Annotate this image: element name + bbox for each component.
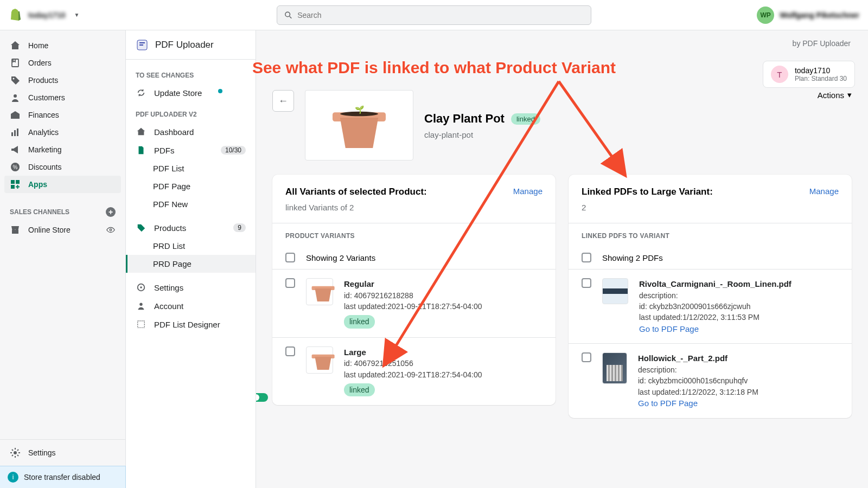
info-icon: i: [8, 472, 18, 483]
nav-products-label: Products: [28, 76, 58, 85]
plan-name: today1710: [795, 66, 847, 75]
nav-customers[interactable]: Customers: [0, 89, 125, 106]
search-box[interactable]: [277, 5, 591, 25]
nav-finances[interactable]: Finances: [0, 106, 125, 124]
manage-pdfs-link[interactable]: Manage: [809, 187, 839, 196]
analytics-icon: [10, 127, 21, 138]
transfer-text: Store transfer disabled: [24, 473, 100, 481]
app-header: PDF Uploader: [126, 30, 256, 60]
nav-orders[interactable]: Orders: [0, 54, 125, 72]
row-checkbox[interactable]: [285, 278, 295, 288]
file-icon: [136, 145, 146, 155]
chevron-down-icon: ▼: [74, 12, 79, 18]
nav-apps[interactable]: Apps: [4, 176, 121, 193]
svg-rect-10: [17, 129, 18, 136]
sec-prd-page-label: PRD Page: [153, 259, 192, 268]
user-name: Wolfgang Piketschner: [780, 11, 859, 20]
sec-dashboard-label: Dashboard: [154, 127, 194, 137]
sec-pdf-new[interactable]: PDF New: [126, 195, 256, 213]
sec-pdfs[interactable]: PDFs10/30: [126, 141, 256, 159]
secondary-nav: PDF Uploader TO SEE CHANGES Update Store…: [126, 30, 256, 488]
nav-settings[interactable]: Settings: [0, 440, 125, 466]
sec-settings[interactable]: Settings: [126, 278, 256, 297]
nav-online-store[interactable]: Online Store: [0, 221, 125, 239]
svg-point-24: [139, 303, 142, 306]
nav-apps-label: Apps: [28, 180, 47, 189]
sec-designer[interactable]: PDF List Designer: [126, 315, 256, 333]
nav-analytics[interactable]: Analytics: [0, 124, 125, 141]
svg-point-23: [140, 286, 142, 288]
variant-toggle[interactable]: [256, 393, 268, 402]
sec-prd-list-label: PRD List: [153, 241, 185, 251]
row-checkbox[interactable]: [285, 346, 295, 356]
transfer-banner[interactable]: iStore transfer disabled: [0, 466, 126, 488]
svg-rect-15: [11, 185, 15, 189]
pdf-id: id: ckybzbmci000h01s6cnpuhqfv: [638, 375, 758, 386]
sec-prd-page[interactable]: PRD Page: [126, 255, 256, 273]
sync-icon: [136, 88, 146, 98]
go-to-pdf-link[interactable]: Go to PDF Page: [638, 397, 758, 409]
sec-pdf-new-label: PDF New: [153, 200, 188, 209]
pdfs-count: 10/30: [221, 146, 246, 155]
search-input[interactable]: [297, 11, 584, 20]
svg-rect-6: [15, 115, 16, 118]
products-count: 9: [233, 223, 246, 232]
go-to-pdf-link[interactable]: Go to PDF Page: [639, 323, 792, 335]
person-icon: [136, 301, 146, 311]
home-icon: [10, 40, 21, 51]
svg-point-18: [14, 451, 17, 454]
annotation-arrow-icon: [553, 76, 662, 184]
app-logo-icon: [136, 38, 149, 52]
nav-home-label: Home: [28, 41, 48, 50]
plan-card[interactable]: T today1710 Plan: Standard 30: [763, 61, 855, 88]
annotation-text: See what PDF is linked to what Product V…: [252, 59, 616, 77]
update-store[interactable]: Update Store: [126, 84, 256, 102]
sec-prd-list[interactable]: PRD List: [126, 237, 256, 255]
pdf-name: Hollowick_-_Part_2.pdf: [638, 352, 758, 364]
nav-products[interactable]: Products: [0, 72, 125, 89]
svg-point-17: [110, 229, 112, 231]
variant-thumb: [306, 278, 333, 305]
store-selector[interactable]: today1710 ▼: [9, 9, 79, 22]
account-menu[interactable]: WP Wolfgang Piketschner: [757, 7, 859, 24]
back-button[interactable]: ←: [272, 90, 294, 112]
pdf-desc: description:: [639, 290, 792, 301]
pdf-updated: last updated:1/12/2022, 3:12:18 PM: [638, 387, 758, 397]
add-channel-button[interactable]: +: [106, 207, 116, 217]
gear-icon: [136, 282, 146, 292]
nav-discounts[interactable]: %Discounts: [0, 158, 125, 176]
sec-pdfs-label: PDFs: [154, 146, 175, 155]
sec-products[interactable]: Products9: [126, 219, 256, 237]
pdf-updated: last updated:1/12/2022, 3:11:53 PM: [639, 312, 792, 323]
svg-rect-16: [12, 230, 18, 234]
nav-finances-label: Finances: [28, 111, 59, 119]
svg-point-3: [13, 78, 15, 80]
topbar: today1710 ▼ WP Wolfgang Piketschner: [0, 0, 868, 30]
sec-account[interactable]: Account: [126, 297, 256, 315]
select-all-checkbox[interactable]: [285, 253, 295, 262]
nav-home[interactable]: Home: [0, 37, 125, 54]
orders-icon: [10, 57, 21, 68]
sec-settings-label: Settings: [154, 283, 183, 292]
eye-icon[interactable]: [106, 225, 116, 235]
store-name: today1710: [28, 11, 65, 20]
svg-rect-7: [17, 115, 18, 118]
nav-marketing-label: Marketing: [28, 145, 61, 154]
svg-rect-5: [12, 115, 13, 118]
variant-thumb: [306, 346, 333, 374]
sec-products-label: Products: [154, 223, 186, 233]
customers-icon: [10, 92, 21, 103]
nav-online-store-label: Online Store: [28, 226, 71, 234]
sec-pdf-list[interactable]: PDF List: [126, 159, 256, 177]
primary-nav: Home Orders Products Customers Finances …: [0, 30, 126, 488]
sec-dashboard[interactable]: Dashboard: [126, 123, 256, 141]
sec-pdf-page[interactable]: PDF Page: [126, 177, 256, 195]
home-icon: [136, 127, 146, 137]
svg-line-26: [385, 81, 559, 363]
gear-icon: [10, 447, 21, 458]
marketing-icon: [10, 144, 21, 155]
actions-button[interactable]: Actions▾: [818, 90, 852, 100]
nav-settings-label: Settings: [28, 448, 56, 457]
update-dot-icon: [218, 89, 222, 93]
nav-marketing[interactable]: Marketing: [0, 141, 125, 158]
